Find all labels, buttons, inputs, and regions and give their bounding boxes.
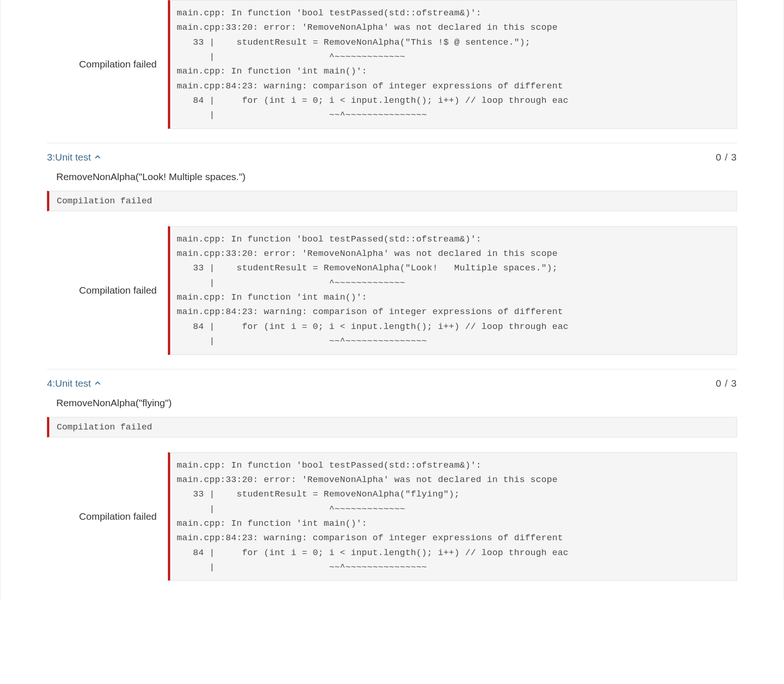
compile-failed-label: Compilation failed	[56, 452, 159, 581]
unit-test-header[interactable]: 3:Unit test 0 / 3	[47, 152, 737, 163]
unit-test-call: RemoveNonAlpha("Look! Multiple spaces.")	[56, 171, 737, 182]
unit-test-section: 4:Unit test 0 / 3 RemoveNonAlpha("flying…	[47, 369, 737, 581]
content: Compilation failed main.cpp: In function…	[28, 0, 756, 581]
unit-test-score: 0 / 3	[716, 378, 737, 389]
compile-status-box: Compilation failed	[47, 417, 737, 437]
unit-test-section: 3:Unit test 0 / 3 RemoveNonAlpha("Look! …	[47, 143, 737, 355]
compile-failed-label: Compilation failed	[56, 0, 159, 129]
compile-result-row: Compilation failed main.cpp: In function…	[56, 226, 737, 355]
compile-failed-label: Compilation failed	[56, 226, 159, 355]
page: Compilation failed main.cpp: In function…	[0, 0, 784, 599]
unit-test-title-text: 4:Unit test	[47, 378, 91, 389]
unit-test-title[interactable]: 3:Unit test	[47, 152, 101, 163]
compile-result-row: Compilation failed main.cpp: In function…	[56, 0, 737, 129]
unit-test-score: 0 / 3	[716, 152, 737, 163]
compile-result-row: Compilation failed main.cpp: In function…	[56, 452, 737, 581]
unit-test-title-text: 3:Unit test	[47, 152, 91, 163]
caret-up-icon	[94, 154, 101, 161]
compiler-output: main.cpp: In function 'bool testPassed(s…	[168, 452, 737, 581]
unit-test-title[interactable]: 4:Unit test	[47, 378, 101, 389]
unit-test-header[interactable]: 4:Unit test 0 / 3	[47, 378, 737, 389]
unit-test-call: RemoveNonAlpha("flying")	[56, 397, 737, 409]
compiler-output: main.cpp: In function 'bool testPassed(s…	[168, 0, 737, 129]
compile-status-box: Compilation failed	[47, 191, 737, 211]
compiler-output: main.cpp: In function 'bool testPassed(s…	[168, 226, 737, 355]
caret-up-icon	[94, 380, 101, 387]
